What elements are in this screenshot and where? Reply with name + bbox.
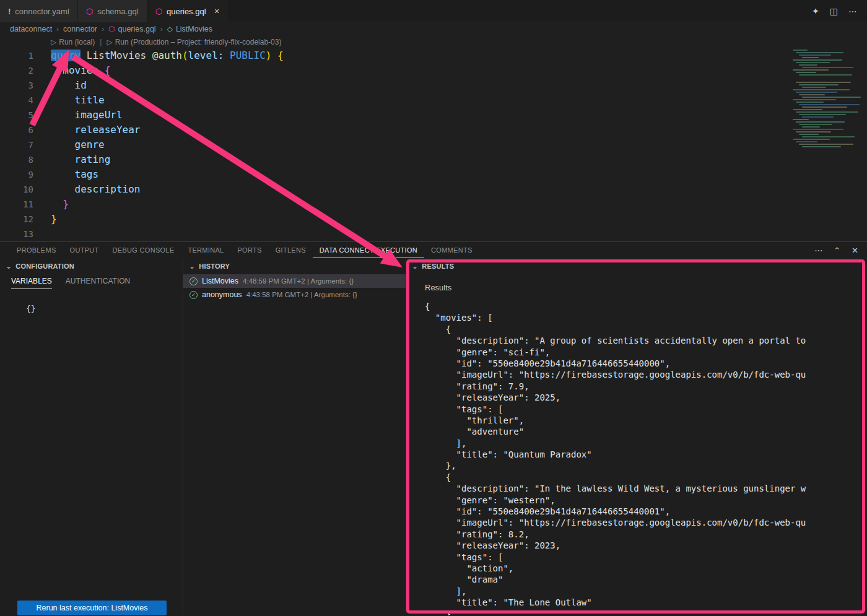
breadcrumb-label: queries.gql — [118, 25, 156, 33]
code-token: releaseYear — [75, 124, 141, 136]
code-token: description — [75, 183, 141, 195]
code-token: id — [75, 79, 87, 91]
breadcrumb-item-queries.gql[interactable]: ⬡queries.gql — [108, 25, 156, 33]
minimap-line — [796, 121, 845, 123]
editor-tab-connector.yaml[interactable]: !connector.yaml — [0, 0, 78, 22]
code-text[interactable]: query ListMovies @auth(level: PUBLIC) { — [33, 48, 284, 63]
history-entry[interactable]: ✓anonymous4:43:58 PM GMT+2 | Arguments: … — [183, 288, 406, 301]
code-text[interactable]: genre — [33, 137, 105, 152]
tab-label: connector.yaml — [15, 7, 69, 16]
code-area[interactable]: 1query ListMovies @auth(level: PUBLIC) {… — [0, 48, 867, 241]
code-text[interactable]: id — [33, 78, 87, 93]
more-actions-icon[interactable]: ⋯ — [848, 6, 857, 16]
code-text[interactable]: } — [33, 212, 57, 227]
panel-collapse-icon[interactable]: ⌃ — [834, 246, 840, 255]
code-line: 12} — [0, 212, 867, 227]
tabbar-actions: ✦ ◫ ⋯ — [802, 0, 867, 22]
line-number: 13 — [0, 227, 33, 241]
code-line: 8 rating — [0, 152, 867, 167]
breadcrumb-item-connector[interactable]: connector — [63, 25, 97, 33]
code-text[interactable]: rating — [33, 152, 110, 167]
code-text[interactable]: title — [33, 93, 105, 108]
panel-tab-terminal[interactable]: TERMINAL — [181, 242, 230, 258]
panel-tab-comments[interactable]: COMMENTS — [424, 242, 479, 258]
editor-tab-queries.gql[interactable]: ⬡queries.gql✕ — [147, 0, 229, 22]
tab-variables[interactable]: VARIABLES — [11, 277, 52, 289]
check-circle-icon: ✓ — [190, 277, 198, 285]
code-token — [51, 124, 75, 136]
minimap[interactable] — [793, 50, 862, 149]
minimap-line — [799, 54, 831, 56]
panel-tab-ports[interactable]: PORTS — [230, 242, 268, 258]
run-production-link[interactable]: ▷ Run (Production – Project: friendly-fl… — [107, 38, 281, 46]
vscode-window: !connector.yaml⬡schema.gql⬡queries.gql✕ … — [0, 0, 867, 241]
code-line: 10 description — [0, 182, 867, 197]
breadcrumb-item-dataconnect[interactable]: dataconnect — [10, 25, 52, 33]
panel-tab-debug-console[interactable]: DEBUG CONSOLE — [106, 242, 181, 258]
code-text[interactable]: imageUrl — [33, 108, 123, 123]
code-text[interactable]: releaseYear — [33, 123, 141, 137]
json-line: "genre": "western", — [425, 495, 867, 506]
minimap-line — [799, 64, 817, 66]
results-json[interactable]: { "movies": [ { "description": "A group … — [406, 301, 867, 615]
code-line: 13 — [0, 227, 867, 241]
code-token: } — [63, 198, 69, 210]
symbol-icon: ◇ — [167, 25, 173, 33]
line-number: 11 — [0, 197, 33, 212]
minimap-line — [793, 139, 830, 140]
minimap-line — [802, 126, 820, 128]
code-line: 7 genre — [0, 137, 867, 152]
chevron-down-icon: ⌄ — [6, 262, 12, 271]
split-editor-icon[interactable]: ◫ — [830, 6, 838, 16]
breadcrumb-item-ListMovies[interactable]: ◇ListMovies — [167, 25, 212, 33]
code-text[interactable]: } — [33, 197, 69, 212]
configuration-header[interactable]: ⌄ CONFIGURATION — [0, 258, 183, 274]
minimap-line — [796, 82, 851, 83]
code-token — [51, 79, 75, 91]
panel-tab-gitlens[interactable]: GITLENS — [269, 242, 313, 258]
minimap-line — [799, 134, 819, 135]
run-production-label: Run (Production – Project: friendly-flix… — [115, 38, 282, 46]
close-tab-icon[interactable]: ✕ — [214, 7, 220, 15]
rerun-button[interactable]: Rerun last execution: ListMovies — [17, 601, 167, 615]
minimap-line — [799, 124, 832, 125]
code-line: 4 title — [0, 93, 867, 108]
history-entry[interactable]: ✓ListMovies4:48:59 PM GMT+2 | Arguments:… — [183, 274, 406, 288]
results-header[interactable]: ⌄ RESULTS — [406, 258, 867, 274]
line-number: 10 — [0, 182, 33, 197]
code-text[interactable]: description — [33, 182, 141, 197]
code-line: 1query ListMovies @auth(level: PUBLIC) { — [0, 48, 867, 63]
graphql-file-icon: ⬡ — [86, 7, 93, 16]
code-token: { — [277, 50, 284, 61]
tab-authentication[interactable]: AUTHENTICATION — [66, 277, 130, 289]
history-header[interactable]: ⌄ HISTORY — [183, 258, 406, 274]
json-line: "tags": [ — [425, 404, 867, 415]
panel-close-icon[interactable]: ✕ — [852, 246, 858, 255]
editor-tab-schema.gql[interactable]: ⬡schema.gql — [78, 0, 147, 22]
json-line: "action", — [425, 563, 867, 574]
run-local-link[interactable]: ▷ Run (local) — [51, 38, 95, 46]
variables-value[interactable]: {} — [26, 304, 183, 313]
panel-tab-data-connect-execution[interactable]: DATA CONNECT EXECUTION — [313, 242, 424, 258]
code-text[interactable]: tags — [33, 167, 98, 182]
code-token: movies — [63, 64, 98, 76]
chevron-down-icon: ⌄ — [189, 262, 195, 271]
panel-tab-output[interactable]: OUTPUT — [63, 242, 106, 258]
code-token — [81, 50, 87, 61]
code-text[interactable] — [33, 227, 51, 241]
json-line: "releaseYear": 2025, — [425, 392, 867, 403]
json-line: ], — [425, 438, 867, 449]
code-text[interactable]: movies { — [33, 63, 110, 78]
code-token — [51, 183, 75, 195]
json-line: "title": "The Lone Outlaw" — [425, 597, 867, 608]
json-line: "thriller", — [425, 415, 867, 426]
panel-more-icon[interactable]: ⋯ — [814, 246, 822, 255]
json-line: "movies": [ — [425, 312, 867, 323]
panel-tab-problems[interactable]: PROBLEMS — [10, 242, 63, 258]
panel-actions: ⋯ ⌃ ✕ — [814, 246, 867, 255]
editor-tab-bar: !connector.yaml⬡schema.gql⬡queries.gql✕ … — [0, 0, 867, 22]
json-line: "imageUrl": "https://firebasestorage.goo… — [425, 517, 867, 528]
code-token: genre — [75, 139, 105, 150]
sparkle-icon[interactable]: ✦ — [812, 6, 819, 16]
minimap-line — [799, 104, 860, 105]
